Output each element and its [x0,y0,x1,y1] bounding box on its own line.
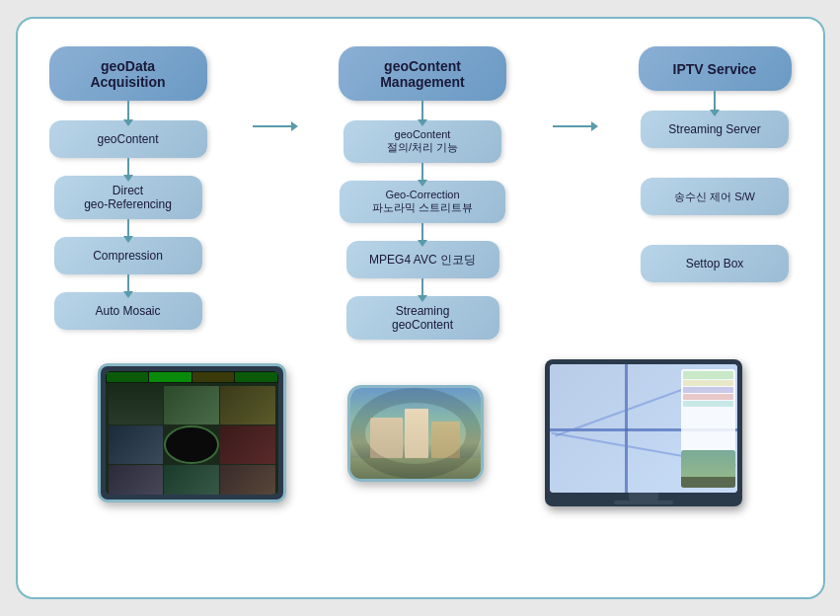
h-connector-2 [553,46,592,340]
col1: geoData Acquisition geoContent Directgeo… [49,46,207,340]
surveillance-image [98,363,286,502]
col3-title: IPTV Service [639,46,792,91]
col1-title: geoData Acquisition [49,46,207,101]
col3: IPTV Service Streaming Server 송수신 제어 S/W… [639,46,792,340]
settop-box-node: Settop Box [641,245,789,282]
geocontent-def-node: geoContent절의/처리 기능 [344,120,501,163]
images-section [38,345,803,516]
col2: geoContentManagement geoContent절의/처리 기능 … [339,46,506,340]
direct-geo-node: Directgeo-Referencing [54,176,202,219]
main-container: geoData Acquisition geoContent Directgeo… [16,17,825,599]
col2-title: geoContentManagement [339,46,506,101]
panoramic-image [347,385,484,482]
diagram-area: geoData Acquisition geoContent Directgeo… [38,38,803,340]
streaming-geo-node: StreaminggeoContent [346,296,499,340]
monitor-image [545,359,742,506]
control-sw-node: 송수신 제어 S/W [641,178,789,215]
geo-correction-node: Geo-Correction파노라믹 스트리트뷰 [340,181,505,223]
h-connector-1 [253,46,292,340]
